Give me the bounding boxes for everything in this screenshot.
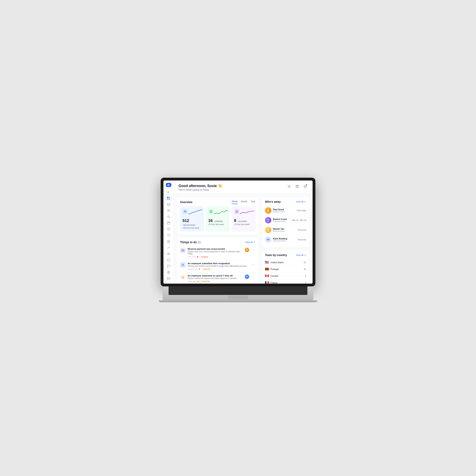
laptop-base [159,300,317,302]
sidebar-item-add-person[interactable] [165,214,172,220]
svg-rect-3 [167,199,168,200]
todo-icon-payment [180,248,186,253]
headcount-chart [188,208,202,216]
country-item-pt: 🇵🇹 Portugal 32 [265,266,306,272]
away-avatar-narobi [265,227,271,233]
away-item-kylie: KR Kylie Rowling Personal leave Tomorrow [265,235,306,244]
notification-badge [306,184,307,186]
right-panel: Who's away View all [262,197,309,284]
headcount-number: 512 [183,218,189,223]
country-count-ca: 6 [305,275,306,277]
laptop-screen: R [161,178,315,286]
away-avatar-beatriz [265,217,271,223]
things-to-do-title: Things to do (5) [180,240,201,244]
todo-more-timeoff[interactable]: ⋯ [251,274,255,279]
away-info-kylie: Kylie Rowling Personal leave [273,238,296,242]
country-name-pt: Portugal [271,268,302,270]
country-count-pt: 32 [304,268,306,270]
sidebar-item-payroll[interactable] [165,270,172,275]
flag-us: 🇺🇸 [265,260,269,264]
away-type-kylie: Personal leave [273,240,296,242]
svg-point-17 [297,187,297,187]
search-icon[interactable] [286,184,292,189]
things-to-do-card: Things to do (5) View all [177,238,259,284]
view-all-countries-link[interactable]: View all [296,254,306,256]
todo-more-resignation[interactable]: ⋯ [251,262,255,267]
todo-date-resignation: Wed, 10 Jun [188,268,198,270]
country-item-fr: 🇫🇷 France 5 [265,279,306,284]
todo-desc-payment: Please retry your reserve payment in ord… [188,251,243,255]
svg-point-18 [185,211,185,211]
tab-month[interactable]: Month [241,200,247,204]
sidebar-item-collapse[interactable] [165,189,172,195]
away-item-narobi: Narobi Yan Medical leave Tomorrow [265,225,306,235]
stats-grid: 512 HEADCOUNT +10 from last week [180,206,255,231]
header-icons [286,184,308,189]
todo-icon-timeoff [180,274,186,280]
sidebar-item-dashboard[interactable] [165,196,172,201]
tab-week[interactable]: Week [232,200,238,204]
sidebar-item-clock[interactable] [165,226,172,232]
sidebar: R [163,181,174,284]
away-type-narobi: Medical leave [273,230,296,232]
todo-badge-timeoff: 5 days left [200,280,211,283]
stat-headcount: 512 HEADCOUNT +10 from last week [180,206,204,231]
svg-point-23 [182,251,183,251]
away-date-narobi: Tomorrow [298,229,306,231]
country-count-us: 52 [304,261,306,264]
touchpad [228,296,248,300]
svg-rect-4 [169,199,170,200]
dashboard-body: Overview Week Month Year [174,194,313,284]
sidebar-item-expenses[interactable] [165,276,172,281]
app-logo[interactable]: R [166,183,171,187]
todo-badge-resignation: 1 day left [202,268,211,270]
laptop-keyboard-area [163,286,313,300]
tab-year[interactable]: Year [251,200,255,204]
sidebar-item-calendar[interactable] [165,220,172,226]
todo-badge-payment: Overdue [200,256,209,258]
team-by-country-header: Team by country View all [265,254,306,257]
main-content: Good afternoon, Susie 👋 Here's what's go… [174,181,313,284]
sidebar-item-star[interactable] [165,251,172,256]
todo-content-resignation: An employee submitted their resignation … [188,262,249,270]
todo-more-payment[interactable]: ⋯ [251,248,255,253]
keyboard-keys [169,286,307,295]
todo-desc-resignation: Review and confirm some details to begin… [188,265,249,267]
svg-rect-22 [182,250,184,252]
svg-point-28 [267,209,269,211]
help-icon[interactable] [294,184,300,189]
stat-joiners: 16 JOINERS +5 from last week [206,206,230,231]
notifications-icon[interactable] [302,184,308,189]
overview-card: Overview Week Month Year [177,197,259,235]
away-type-beatriz: Personal leave [273,220,290,222]
todo-date-timeoff: 1 hour ago [188,280,196,282]
todo-icon-resignation [180,262,186,268]
leavers-change: +2 from last week [234,223,253,225]
todo-avatar-payment: JP [245,248,249,252]
away-name-narobi: Narobi Yan [273,228,296,230]
sidebar-item-chat[interactable] [165,264,172,269]
whos-away-header: Who's away View all [265,200,306,203]
view-all-away-link[interactable]: View all [296,201,306,203]
svg-point-6 [168,210,169,211]
todo-content-payment: Reserve payment was unsuccessful Please … [188,248,243,258]
overview-card-header: Overview Week Month Year [180,200,255,204]
sidebar-item-security[interactable] [165,257,172,263]
sidebar-item-documents[interactable] [165,239,172,244]
todo-date-payment: Tue, 9 Jun [188,256,196,258]
sidebar-item-benefits[interactable] [165,233,172,238]
sidebar-item-inbox[interactable] [165,202,172,207]
sidebar-item-reports[interactable] [165,245,172,250]
todo-dot-timeoff [197,281,199,282]
svg-rect-9 [167,222,170,224]
headcount-change: +10 from last week [183,227,202,229]
headcount-icon [183,209,188,214]
away-date-paul: Only today [297,209,306,212]
sidebar-item-people[interactable] [165,208,172,213]
view-all-todos-link[interactable]: View all [245,241,255,243]
leavers-label: LEAVERS [238,220,247,222]
svg-rect-2 [169,197,170,198]
away-info-beatriz: Beatriz Costa Personal leave [273,218,290,222]
todo-title-resignation: An employee submitted their resignation [188,262,249,265]
todo-meta-timeoff: 1 hour ago 5 days left [188,280,243,283]
